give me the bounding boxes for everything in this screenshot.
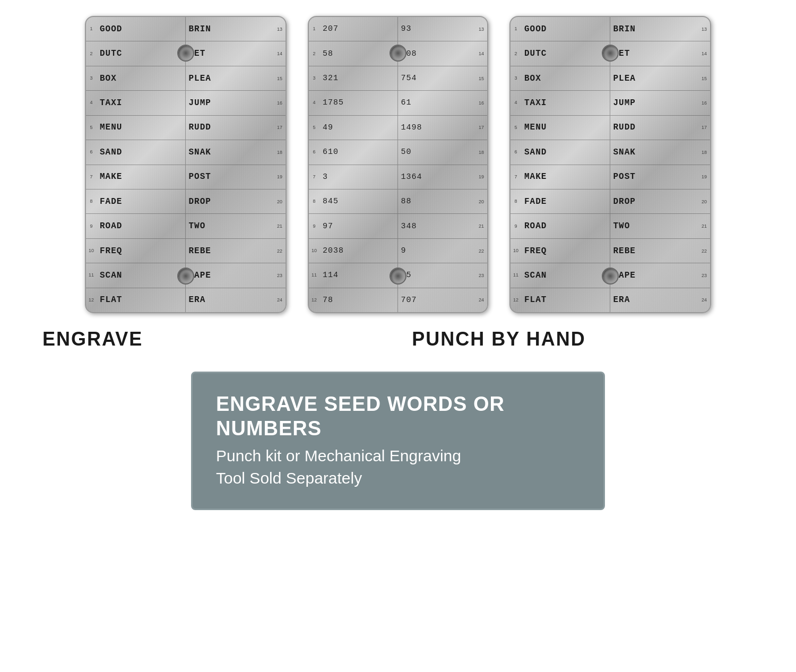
col-right: SNAK [610, 140, 699, 164]
row-num-right: 22 [274, 248, 285, 254]
row-num-left: 1 [86, 27, 97, 31]
col-right: NET [610, 41, 699, 65]
row-num-left: 9 [511, 224, 521, 229]
card-numbers: 1 207 93 13 2 58 108 14 3 [308, 16, 488, 313]
row-num-right: 19 [475, 174, 487, 179]
col-left: SAND [97, 140, 186, 164]
table-row: 9 97 348 21 [309, 214, 487, 238]
col-right: TWO [186, 214, 274, 238]
row-num-right: 15 [475, 76, 487, 81]
word-left: 610 [323, 148, 339, 157]
col-right: ERA [610, 288, 699, 312]
col-left: FADE [521, 189, 610, 213]
row-num-left: 3 [511, 76, 521, 81]
table-row: 1 GOOD BRIN 13 [511, 17, 710, 41]
row-num-left: 9 [86, 224, 97, 229]
word-left: FADE [100, 197, 122, 206]
table-row: 7 MAKE POST 19 [86, 165, 285, 189]
row-num-right: 16 [698, 100, 710, 106]
table-row: 9 ROAD TWO 21 [86, 214, 285, 238]
punch-label: PUNCH BY HAND [412, 328, 585, 350]
col-right: 108 [398, 41, 476, 65]
row-num-right: 23 [698, 273, 710, 278]
hole-top-stamp [602, 45, 619, 62]
row-num-right: 23 [274, 273, 285, 278]
word-left: 207 [323, 24, 339, 33]
col-left: TAXI [521, 91, 610, 115]
row-num-left: 7 [511, 175, 521, 179]
word-left: FADE [524, 197, 547, 206]
table-row: 3 321 754 15 [309, 66, 487, 91]
row-num-left: 12 [511, 298, 521, 303]
word-right: JUMP [613, 98, 636, 108]
row-num-right: 20 [475, 199, 487, 204]
word-left: 97 [323, 222, 333, 231]
col-right: 50 [398, 140, 476, 164]
col-right: JUMP [186, 91, 274, 115]
row-num-right: 13 [698, 27, 710, 32]
table-row: 10 2038 9 22 [309, 239, 487, 263]
col-right: 1364 [398, 165, 476, 189]
col-right: JUMP [610, 91, 699, 115]
word-left: ROAD [524, 221, 547, 231]
table-row: 1 GOOD BRIN 13 [86, 17, 285, 41]
col-right: 707 [398, 288, 476, 312]
table-row: 5 MENU RUDD 17 [511, 116, 710, 140]
col-left: 3 [319, 165, 398, 189]
col-left: SCAN [521, 263, 610, 287]
word-left: MAKE [524, 172, 547, 182]
row-num-left: 8 [309, 199, 319, 204]
row-num-right: 23 [475, 273, 487, 278]
word-right: 1498 [401, 123, 422, 132]
col-right: BRIN [610, 17, 699, 41]
word-left: 1785 [323, 98, 344, 107]
word-right: 348 [401, 222, 417, 231]
col-right: 93 [398, 17, 476, 41]
word-left: BOX [100, 74, 117, 83]
col-left: TAXI [97, 91, 186, 115]
table-row: 8 FADE DROP 20 [86, 189, 285, 214]
col-right: NET [186, 41, 274, 65]
row-num-right: 13 [274, 27, 285, 32]
word-left: 78 [323, 296, 333, 305]
row-num-right: 19 [274, 174, 285, 179]
card-engrave: 1 GOOD BRIN 13 2 DUTC NET 14 3 [85, 16, 287, 313]
row-num-left: 6 [511, 150, 521, 154]
word-right: ERA [613, 295, 630, 305]
table-row: 8 845 88 20 [309, 189, 487, 214]
word-left: DUTC [524, 49, 547, 58]
col-right: DROP [610, 189, 699, 213]
col-left: 207 [319, 17, 398, 41]
hole-top-engrave [177, 45, 194, 62]
table-row: 4 TAXI JUMP 16 [511, 91, 710, 115]
row-num-left: 10 [511, 248, 521, 253]
table-row: 12 FLAT ERA 24 [86, 288, 285, 312]
col-left: FLAT [521, 288, 610, 312]
col-right: 754 [398, 66, 476, 90]
col-left: GOOD [97, 17, 186, 41]
col-right: PLEA [186, 66, 274, 90]
row-num-left: 4 [309, 100, 319, 105]
col-left: FADE [97, 189, 186, 213]
table-row: 5 MENU RUDD 17 [86, 116, 285, 140]
col-left: MENU [521, 116, 610, 140]
row-num-right: 16 [475, 100, 487, 106]
col-right: POST [186, 165, 274, 189]
col-right: POST [610, 165, 699, 189]
row-num-right: 24 [698, 297, 710, 303]
row-num-left: 12 [309, 298, 319, 303]
word-right: BRIN [613, 24, 636, 34]
word-right: SNAK [613, 148, 636, 157]
row-num-right: 16 [274, 100, 285, 106]
col-right: PLEA [610, 66, 699, 90]
col-left: FLAT [97, 288, 186, 312]
table-row: 5 49 1498 17 [309, 116, 487, 140]
word-left: SCAN [524, 271, 547, 280]
table-row: 7 MAKE POST 19 [511, 165, 710, 189]
info-box: ENGRAVE SEED WORDS OR NUMBERS Punch kit … [191, 372, 605, 510]
word-right: 61 [401, 98, 412, 107]
word-left: SCAN [100, 271, 122, 280]
word-left: 114 [323, 271, 339, 280]
col-left: 610 [319, 140, 398, 164]
table-row: 3 BOX PLEA 15 [86, 66, 285, 91]
